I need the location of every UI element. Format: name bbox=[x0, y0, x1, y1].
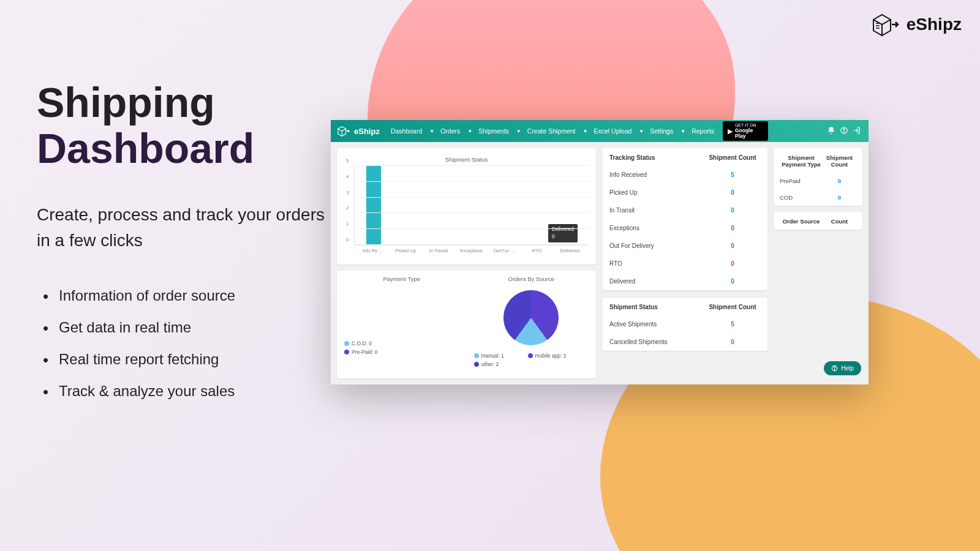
row-label: PrePaid bbox=[780, 178, 823, 184]
bar[interactable] bbox=[366, 166, 381, 245]
nav-reports[interactable]: Reports bbox=[688, 125, 718, 137]
dashboard-window: eShipz Dashboard▼Orders▼Shipments▼Create… bbox=[331, 120, 869, 384]
caret-down-icon[interactable]: ▼ bbox=[516, 129, 521, 134]
help-label: Help bbox=[841, 365, 854, 372]
tooltip-label: Delivered bbox=[552, 226, 574, 233]
th-shipment-count: Shipment Count bbox=[705, 154, 760, 161]
row-value: 0 bbox=[705, 242, 760, 249]
caret-down-icon[interactable]: ▼ bbox=[583, 129, 588, 134]
th-order-source: Order Source bbox=[780, 218, 823, 225]
row-label: Delivered bbox=[609, 278, 705, 285]
row-label: RTO bbox=[609, 260, 705, 267]
row-value: 0 bbox=[705, 260, 760, 267]
chart-payment-type: Payment Type C.O.D: 0Pre-Paid: 0 bbox=[337, 271, 467, 378]
bar-label: In Transit bbox=[426, 248, 451, 253]
caret-down-icon[interactable]: ▼ bbox=[680, 129, 685, 134]
play-icon: ▶ bbox=[728, 127, 733, 135]
logout-icon[interactable] bbox=[852, 126, 862, 137]
legend-dot bbox=[474, 362, 479, 367]
y-tick: 2 bbox=[346, 205, 349, 211]
tooltip-value: 0 bbox=[552, 233, 574, 241]
y-tick: 5 bbox=[346, 158, 349, 163]
caret-down-icon[interactable]: ▼ bbox=[467, 129, 472, 134]
table-row[interactable]: Picked Up0 bbox=[602, 184, 767, 201]
google-play-badge[interactable]: ▶ GET IT ON Google Play bbox=[723, 121, 768, 141]
page-title: Shipping Dashboard bbox=[37, 80, 325, 171]
th-payment-type: Shipment Payment Type bbox=[780, 154, 823, 168]
help-circle-icon bbox=[831, 365, 838, 372]
help-icon[interactable] bbox=[839, 126, 850, 137]
legend-item: C.O.D: 0 bbox=[344, 340, 387, 347]
legend-dot bbox=[344, 350, 349, 354]
legend-dot bbox=[344, 341, 349, 346]
title-line1: Shipping bbox=[37, 79, 215, 126]
nav-dashboard[interactable]: Dashboard bbox=[387, 125, 426, 137]
th-tracking-status: Tracking Status bbox=[609, 154, 705, 161]
caret-down-icon[interactable]: ▼ bbox=[429, 129, 434, 134]
pie-chart bbox=[503, 290, 559, 345]
bar-label: RTO bbox=[525, 248, 549, 253]
svg-point-3 bbox=[835, 369, 835, 370]
nav-excel-upload[interactable]: Excel Upload bbox=[590, 125, 635, 137]
table-row[interactable]: Out For Delivery0 bbox=[602, 237, 767, 255]
table-row[interactable]: In Transit0 bbox=[602, 201, 767, 219]
row-label: Picked Up bbox=[609, 189, 705, 196]
row-value: 0 bbox=[705, 207, 760, 214]
row-value: 5 bbox=[705, 321, 760, 328]
y-tick: 4 bbox=[346, 173, 349, 179]
box-arrow-icon bbox=[871, 12, 900, 37]
row-value: 0 bbox=[705, 339, 760, 345]
nav-create-shipment[interactable]: Create Shipment bbox=[524, 125, 579, 137]
row-value: 0 bbox=[823, 178, 856, 184]
table-row[interactable]: COD0 bbox=[774, 189, 862, 206]
legend-label: C.O.D: 0 bbox=[352, 340, 372, 347]
help-button[interactable]: Help bbox=[824, 361, 861, 375]
topbar-brand[interactable]: eShipz bbox=[337, 125, 380, 137]
th-count: Count bbox=[823, 218, 856, 225]
legend-item: Pre-Paid: 0 bbox=[344, 349, 387, 355]
table-row[interactable]: RTO0 bbox=[602, 255, 767, 272]
y-tick: 1 bbox=[346, 221, 349, 227]
payment-type-table: Shipment Payment Type Shipment Count Pre… bbox=[774, 148, 862, 206]
feature-item: Information of order source bbox=[37, 287, 325, 304]
nav-settings[interactable]: Settings bbox=[646, 125, 677, 137]
order-source-table: Order Source Count bbox=[774, 212, 862, 230]
legend-item: manual: 1 bbox=[474, 353, 517, 359]
table-row[interactable]: Cancelled Shipments0 bbox=[602, 333, 767, 351]
shipment-status-table: Shipment Status Shipment Count Active Sh… bbox=[602, 298, 767, 351]
row-value: 0 bbox=[705, 189, 760, 196]
th-shipment-count: Shipment Count bbox=[823, 154, 856, 168]
dashboard-content: Shipment Status Delivered 0 012345 Info … bbox=[331, 142, 869, 384]
bell-icon[interactable] bbox=[826, 126, 836, 137]
chart-orders-by-source: Orders By Source manual: 1mobile app: 2o… bbox=[467, 271, 597, 378]
table-row[interactable]: Active Shipments5 bbox=[602, 315, 767, 333]
subtitle: Create, process and track your orders in… bbox=[37, 202, 325, 253]
table-row[interactable]: Delivered0 bbox=[602, 272, 767, 290]
y-tick: 3 bbox=[346, 189, 349, 195]
legend-label: Pre-Paid: 0 bbox=[352, 349, 378, 355]
table-row[interactable]: Info Received5 bbox=[602, 166, 767, 184]
row-value: 0 bbox=[705, 225, 760, 231]
chart-title: Shipment Status bbox=[344, 151, 589, 166]
caret-down-icon[interactable]: ▼ bbox=[639, 129, 644, 134]
feature-list: Information of order source Get data in … bbox=[37, 287, 325, 400]
chart-title: Payment Type bbox=[337, 271, 467, 285]
table-row[interactable]: Exceptions0 bbox=[602, 219, 767, 237]
table-row[interactable]: PrePaid0 bbox=[774, 173, 862, 189]
gplay-bottom: Google Play bbox=[735, 128, 763, 140]
svg-point-1 bbox=[844, 132, 845, 132]
legend-dot bbox=[474, 353, 479, 358]
nav-orders[interactable]: Orders bbox=[437, 125, 464, 137]
legend-item: mobile app: 2 bbox=[528, 353, 571, 359]
chart-shipment-status: Shipment Status Delivered 0 012345 Info … bbox=[337, 148, 596, 264]
chart-tooltip: Delivered 0 bbox=[548, 224, 578, 242]
brand-text: eShipz bbox=[907, 15, 962, 34]
row-label: Active Shipments bbox=[609, 321, 705, 328]
feature-item: Real time report fetching bbox=[37, 351, 325, 368]
nav-shipments[interactable]: Shipments bbox=[475, 125, 513, 137]
box-arrow-icon bbox=[337, 125, 350, 137]
y-tick: 0 bbox=[346, 237, 349, 242]
row-label: Exceptions bbox=[609, 225, 705, 231]
th-shipment-count: Shipment Count bbox=[705, 304, 760, 310]
chart-title: Orders By Source bbox=[467, 271, 597, 285]
